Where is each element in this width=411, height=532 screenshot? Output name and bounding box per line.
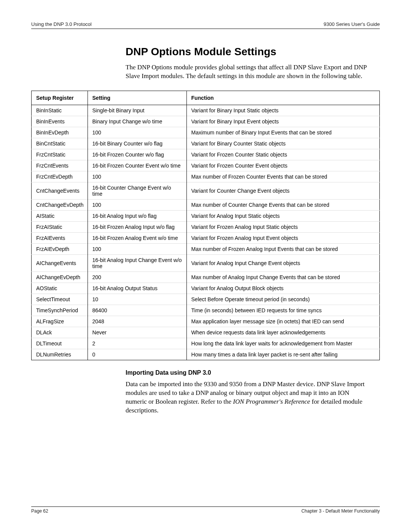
cell-setting: 0	[88, 349, 186, 360]
cell-setting: 16-bit Analog Input Change Event w/o tim…	[88, 254, 186, 272]
cell-setting: 100	[88, 171, 186, 182]
table-row: CntChangeEvents16-bit Counter Change Eve…	[32, 182, 380, 199]
th-function: Function	[186, 91, 379, 105]
th-setup-register: Setup Register	[32, 91, 88, 105]
cell-register: BinInEvDepth	[32, 127, 88, 138]
table-row: SelectTimeout10Select Before Operate tim…	[32, 294, 380, 305]
table-row: BinCntStatic16-bit Binary Counter w/o fl…	[32, 138, 380, 149]
cell-function: Maximum number of Binary Input Events th…	[186, 127, 379, 138]
header-right: 9300 Series User's Guide	[323, 21, 380, 27]
cell-function: Variant for Analog Input Static objects	[186, 210, 379, 221]
intro-paragraph: The DNP Options module provides global s…	[126, 63, 369, 81]
cell-setting: 10	[88, 294, 186, 305]
table-row: DLTimeout2How long the data link layer w…	[32, 338, 380, 349]
cell-register: FrzAIEvents	[32, 232, 88, 243]
cell-register: BinInEvents	[32, 116, 88, 127]
cell-register: AIChangeEvDepth	[32, 272, 88, 283]
table-row: FrzAIStatic16-bit Frozen Analog Input w/…	[32, 221, 380, 232]
section-title: DNP Options Module Settings	[126, 46, 380, 58]
table-row: FrzCntEvDepth100Max number of Frozen Cou…	[32, 171, 380, 182]
body-paragraph: Data can be imported into the 9330 and 9…	[126, 380, 369, 415]
table-row: FrzAIEvDepth100Max number of Frozen Anal…	[32, 243, 380, 254]
table-row: FrzCntStatic16-bit Frozen Counter w/o fl…	[32, 149, 380, 160]
table-row: BinInEvDepth100Maximum number of Binary …	[32, 127, 380, 138]
table-row: ALFragSize2048Max application layer mess…	[32, 316, 380, 327]
table-row: AIChangeEvDepth200Max number of Analog I…	[32, 272, 380, 283]
table-row: AIStatic16-bit Analog Input w/o flagVari…	[32, 210, 380, 221]
cell-register: CntChangeEvDepth	[32, 199, 88, 210]
cell-register: FrzCntEvDepth	[32, 171, 88, 182]
cell-function: Variant for Analog Input Change Event ob…	[186, 254, 379, 272]
settings-table: Setup Register Setting Function BinInSta…	[31, 91, 380, 360]
cell-function: Variant for Frozen Analog Input Event ob…	[186, 232, 379, 243]
cell-setting: 16-bit Frozen Counter Event w/o time	[88, 160, 186, 171]
cell-register: BinInStatic	[32, 105, 88, 116]
cell-function: Variant for Binary Input Static objects	[186, 105, 379, 116]
cell-register: DLAck	[32, 327, 88, 338]
cell-setting: Binary Input Change w/o time	[88, 116, 186, 127]
cell-function: Variant for Frozen Counter Static object…	[186, 149, 379, 160]
cell-function: Variant for Frozen Analog Input Static o…	[186, 221, 379, 232]
table-header-row: Setup Register Setting Function	[32, 91, 380, 105]
cell-function: Variant for Frozen Counter Event objects	[186, 160, 379, 171]
table-row: DLAckNeverWhen device requests data link…	[32, 327, 380, 338]
table-row: BinInEventsBinary Input Change w/o timeV…	[32, 116, 380, 127]
cell-register: TimeSynchPeriod	[32, 305, 88, 316]
cell-function: Variant for Binary Input Event objects	[186, 116, 379, 127]
cell-register: FrzCntEvents	[32, 160, 88, 171]
cell-register: FrzCntStatic	[32, 149, 88, 160]
cell-register: FrzAIEvDepth	[32, 243, 88, 254]
cell-setting: 100	[88, 127, 186, 138]
cell-setting: 16-bit Counter Change Event w/o time	[88, 182, 186, 199]
cell-function: Max number of Frozen Analog Input Events…	[186, 243, 379, 254]
cell-register: DLTimeout	[32, 338, 88, 349]
table-row: CntChangeEvDepth100Max number of Counter…	[32, 199, 380, 210]
cell-register: CntChangeEvents	[32, 182, 88, 199]
table-row: TimeSynchPeriod86400Time (in seconds) be…	[32, 305, 380, 316]
cell-function: Variant for Counter Change Event objects	[186, 182, 379, 199]
cell-setting: 100	[88, 243, 186, 254]
cell-setting: 86400	[88, 305, 186, 316]
header-left: Using the DNP 3.0 Protocol	[31, 21, 92, 27]
cell-function: Max number of Counter Change Events that…	[186, 199, 379, 210]
table-row: BinInStaticSingle-bit Binary InputVarian…	[32, 105, 380, 116]
table-row: DLNumRetries0How many times a data link …	[32, 349, 380, 360]
page-footer: Page 62 Chapter 3 - Default Meter Functi…	[31, 506, 380, 514]
cell-function: Max number of Frozen Counter Events that…	[186, 171, 379, 182]
cell-register: BinCntStatic	[32, 138, 88, 149]
cell-function: How long the data link layer waits for a…	[186, 338, 379, 349]
cell-register: AOStatic	[32, 283, 88, 294]
cell-function: Variant for Binary Counter Static object…	[186, 138, 379, 149]
cell-setting: Never	[88, 327, 186, 338]
cell-setting: 2048	[88, 316, 186, 327]
table-row: FrzCntEvents16-bit Frozen Counter Event …	[32, 160, 380, 171]
cell-register: AIStatic	[32, 210, 88, 221]
cell-register: AIChangeEvents	[32, 254, 88, 272]
cell-function: Max number of Analog Input Change Events…	[186, 272, 379, 283]
table-body: BinInStaticSingle-bit Binary InputVarian…	[32, 105, 380, 360]
cell-setting: 16-bit Frozen Counter w/o flag	[88, 149, 186, 160]
footer-left: Page 62	[31, 508, 48, 514]
cell-setting: 16-bit Frozen Analog Input w/o flag	[88, 221, 186, 232]
page-header: Using the DNP 3.0 Protocol 9300 Series U…	[31, 21, 380, 29]
cell-register: FrzAIStatic	[32, 221, 88, 232]
body-text-ital: ION Programmer's Reference	[233, 398, 310, 405]
page: Using the DNP 3.0 Protocol 9300 Series U…	[0, 0, 411, 532]
cell-setting: 100	[88, 199, 186, 210]
cell-setting: 16-bit Analog Output Status	[88, 283, 186, 294]
sub-heading: Importing Data using DNP 3.0	[126, 369, 380, 376]
cell-function: Select Before Operate timeout period (in…	[186, 294, 379, 305]
cell-function: Max application layer message size (in o…	[186, 316, 379, 327]
cell-setting: 16-bit Analog Input w/o flag	[88, 210, 186, 221]
cell-function: Time (in seconds) between IED requests f…	[186, 305, 379, 316]
table-row: AIChangeEvents16-bit Analog Input Change…	[32, 254, 380, 272]
th-setting: Setting	[88, 91, 186, 105]
footer-right: Chapter 3 - Default Meter Functionality	[301, 508, 380, 514]
cell-function: When device requests data link layer ack…	[186, 327, 379, 338]
table-row: FrzAIEvents16-bit Frozen Analog Event w/…	[32, 232, 380, 243]
cell-register: SelectTimeout	[32, 294, 88, 305]
cell-function: Variant for Analog Output Block objects	[186, 283, 379, 294]
cell-setting: 16-bit Binary Counter w/o flag	[88, 138, 186, 149]
cell-function: How many times a data link layer packet …	[186, 349, 379, 360]
table-row: AOStatic16-bit Analog Output StatusVaria…	[32, 283, 380, 294]
